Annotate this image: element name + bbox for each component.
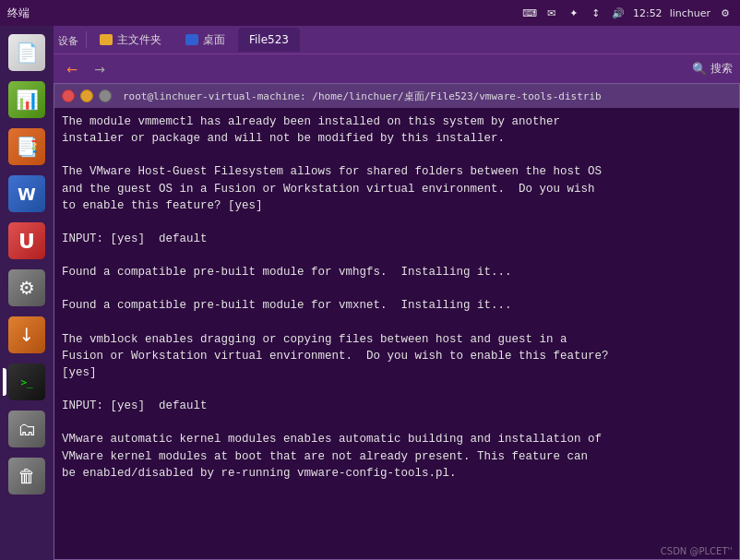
tab-bar: 设备 主文件夹 桌面 File523 bbox=[54, 26, 740, 54]
keyboard-icon: ⌨ bbox=[522, 6, 537, 20]
tab-home-label: 主文件夹 bbox=[117, 32, 161, 48]
sidebar-section-label: 设备 bbox=[58, 30, 78, 50]
download-dock-icon: ↓ bbox=[8, 316, 45, 353]
back-button[interactable]: ← bbox=[61, 58, 83, 80]
terminal-label: 终端 bbox=[7, 6, 30, 21]
dock-item-files[interactable]: 📄 bbox=[5, 30, 49, 75]
ubuntu-dock-icon: U bbox=[8, 222, 45, 259]
dock-item-download[interactable]: ↓ bbox=[5, 313, 49, 357]
terminal-titlebar: root@linchuer-virtual-machine: /home/lin… bbox=[54, 84, 739, 108]
dock-item-settings[interactable]: ⚙ bbox=[5, 266, 49, 310]
terminal-dock-icon: >_ bbox=[8, 363, 45, 400]
mail-icon: ✉ bbox=[544, 6, 559, 20]
settings-dock-icon: ⚙ bbox=[8, 269, 45, 306]
dock-item-present[interactable]: 📑 bbox=[5, 125, 49, 169]
system-bar-right: ⌨ ✉ ✦ ↕ 🔊 12:52 linchuer ⚙ bbox=[522, 6, 733, 20]
writer-dock-icon: W bbox=[8, 175, 45, 212]
dock-item-trash[interactable]: 🗑 bbox=[5, 454, 49, 498]
close-button[interactable] bbox=[62, 89, 75, 102]
desktop-icon bbox=[185, 34, 198, 45]
bluetooth-icon: ✦ bbox=[567, 6, 581, 20]
dock-item-writer[interactable]: W bbox=[5, 172, 49, 216]
terminal-body[interactable]: The module vmmemctl has already been ins… bbox=[54, 108, 739, 559]
terminal-title: root@linchuer-virtual-machine: /home/lin… bbox=[123, 89, 602, 103]
system-bar-left: 终端 bbox=[7, 6, 30, 21]
tab-home-folder[interactable]: 主文件夹 bbox=[89, 28, 173, 52]
minimize-button[interactable] bbox=[80, 89, 93, 102]
sidebar: 📄 📊 📑 W U ⚙ ↓ >_ 🗂 🗑 bbox=[0, 26, 54, 560]
home-folder-icon bbox=[100, 34, 113, 45]
search-label: 搜索 bbox=[710, 61, 733, 77]
maximize-button[interactable] bbox=[99, 89, 112, 102]
clock: 12:52 bbox=[633, 7, 662, 19]
system-bar: 终端 ⌨ ✉ ✦ ↕ 🔊 12:52 linchuer ⚙ bbox=[0, 0, 740, 26]
terminal-text: The module vmmemctl has already been ins… bbox=[62, 113, 732, 482]
search-area: 🔍 搜索 bbox=[692, 61, 733, 77]
terminal-window: root@linchuer-virtual-machine: /home/lin… bbox=[54, 83, 740, 560]
tab-file523-label: File523 bbox=[249, 33, 289, 46]
dock-item-ubuntu[interactable]: U bbox=[5, 219, 49, 263]
watermark: CSDN @PLCET'' bbox=[661, 546, 733, 556]
tab-desktop[interactable]: 桌面 bbox=[174, 28, 236, 52]
files-dock-icon: 📄 bbox=[8, 34, 45, 71]
filemanager-dock-icon: 🗂 bbox=[8, 411, 45, 447]
present-dock-icon: 📑 bbox=[8, 128, 45, 165]
volume-icon: 🔊 bbox=[611, 6, 626, 20]
tab-desktop-label: 桌面 bbox=[203, 32, 225, 48]
calc-dock-icon: 📊 bbox=[8, 81, 45, 118]
username: linchuer bbox=[670, 7, 710, 19]
main-content: 设备 主文件夹 桌面 File523 ← → 🔍 搜索 root@linchue… bbox=[54, 26, 740, 560]
dock-item-terminal[interactable]: >_ bbox=[5, 360, 49, 404]
network-icon: ↕ bbox=[589, 6, 603, 20]
dock-item-calc[interactable]: 📊 bbox=[5, 77, 49, 122]
nav-bar: ← → 🔍 搜索 bbox=[54, 54, 740, 83]
top-settings-icon[interactable]: ⚙ bbox=[718, 6, 733, 20]
trash-dock-icon: 🗑 bbox=[8, 458, 45, 494]
search-icon: 🔍 bbox=[692, 62, 707, 76]
dock-item-filemanager[interactable]: 🗂 bbox=[5, 407, 49, 451]
forward-button[interactable]: → bbox=[89, 58, 111, 80]
tab-file523[interactable]: File523 bbox=[238, 28, 300, 52]
